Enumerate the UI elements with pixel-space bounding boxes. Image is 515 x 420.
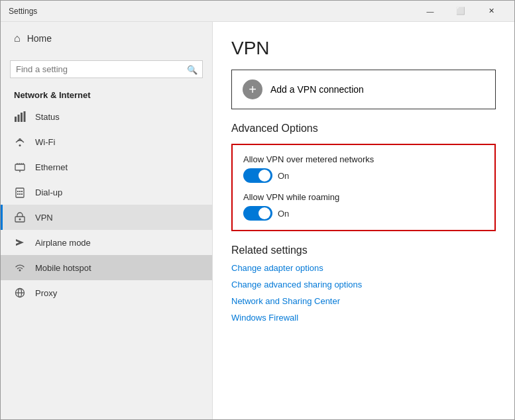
proxy-icon: [14, 287, 26, 299]
roaming-label: Allow VPN while roaming: [243, 192, 484, 202]
related-settings-title: Related settings: [231, 244, 496, 256]
svg-rect-15: [19, 193, 21, 195]
sidebar-item-label-status: Status: [35, 112, 60, 122]
vpn-icon: [14, 211, 26, 223]
home-icon: ⌂: [14, 32, 21, 44]
roaming-toggle-row: On: [243, 206, 484, 221]
plus-icon: +: [243, 79, 262, 99]
svg-rect-1: [18, 115, 20, 122]
sidebar-item-proxy[interactable]: Proxy: [1, 280, 212, 305]
add-vpn-button[interactable]: + Add a VPN connection: [231, 70, 496, 109]
sidebar-item-label-airplane: Airplane mode: [35, 238, 91, 248]
sidebar-item-label-dialup: Dial-up: [35, 187, 62, 197]
link-windows-firewall[interactable]: Windows Firewall: [231, 313, 496, 323]
svg-rect-14: [17, 193, 19, 195]
roaming-toggle-status: On: [278, 209, 289, 219]
svg-point-18: [19, 219, 21, 221]
page-title: VPN: [231, 38, 496, 59]
maximize-button[interactable]: ⬜: [445, 1, 476, 22]
svg-rect-16: [21, 193, 23, 195]
main-content: VPN + Add a VPN connection Advanced Opti…: [213, 22, 514, 419]
dialup-icon: [14, 186, 26, 198]
window-content: ⌂ Home 🔍 Network & Internet: [1, 22, 514, 419]
sidebar-item-status[interactable]: Status: [1, 104, 212, 129]
settings-window: Settings — ⬜ ✕ ⌂ Home 🔍 Network & Intern…: [0, 0, 515, 420]
wifi-icon: [14, 136, 26, 148]
svg-rect-11: [17, 191, 19, 192]
add-vpn-label: Add a VPN connection: [270, 84, 364, 95]
link-change-sharing[interactable]: Change advanced sharing options: [231, 280, 496, 289]
window-controls: — ⬜ ✕: [415, 1, 506, 22]
advanced-options-title: Advanced Options: [231, 123, 496, 134]
sidebar-home-label[interactable]: Home: [27, 33, 52, 44]
hotspot-icon: [14, 262, 26, 274]
airplane-icon: [14, 236, 26, 248]
sidebar-search: 🔍: [10, 60, 203, 78]
metered-label: Allow VPN over metered networks: [243, 154, 484, 164]
close-button[interactable]: ✕: [476, 1, 506, 22]
svg-rect-4: [15, 164, 25, 170]
status-icon: [14, 111, 26, 123]
svg-rect-12: [19, 191, 21, 192]
metered-toggle[interactable]: [243, 168, 272, 183]
minimize-button[interactable]: —: [415, 1, 445, 22]
sidebar-item-label-wifi: Wi-Fi: [35, 137, 55, 147]
search-input[interactable]: [10, 60, 203, 78]
sidebar-item-airplane[interactable]: Airplane mode: [1, 230, 212, 255]
sidebar-item-vpn[interactable]: VPN: [1, 205, 212, 230]
search-icon: 🔍: [187, 64, 198, 74]
toggle-thumb-roaming: [258, 207, 270, 219]
sidebar-item-ethernet[interactable]: Ethernet: [1, 154, 212, 180]
sidebar-item-label-proxy: Proxy: [35, 288, 57, 298]
sidebar-item-wifi[interactable]: Wi-Fi: [1, 129, 212, 154]
link-change-adapter[interactable]: Change adapter options: [231, 263, 496, 273]
svg-rect-3: [24, 111, 26, 122]
svg-rect-0: [15, 117, 17, 122]
svg-rect-2: [21, 113, 23, 122]
ethernet-icon: [14, 161, 26, 173]
sidebar-item-hotspot[interactable]: Mobile hotspot: [1, 255, 212, 280]
toggle-thumb-metered: [258, 170, 270, 182]
sidebar-header: ⌂ Home: [1, 22, 212, 56]
svg-point-19: [19, 270, 21, 272]
roaming-toggle[interactable]: [243, 206, 272, 221]
advanced-options-box: Allow VPN over metered networks On Allow…: [231, 144, 496, 231]
svg-rect-13: [21, 191, 23, 192]
sidebar-item-label-vpn: VPN: [35, 213, 53, 223]
svg-rect-10: [16, 188, 24, 197]
sidebar-section-label: Network & Internet: [1, 85, 212, 104]
sidebar: ⌂ Home 🔍 Network & Internet: [1, 22, 213, 419]
metered-toggle-row: On: [243, 168, 484, 183]
sidebar-item-label-ethernet: Ethernet: [35, 162, 68, 172]
link-network-sharing-center[interactable]: Network and Sharing Center: [231, 296, 496, 306]
sidebar-item-label-hotspot: Mobile hotspot: [35, 263, 91, 273]
titlebar: Settings — ⬜ ✕: [1, 1, 514, 22]
sidebar-item-dialup[interactable]: Dial-up: [1, 180, 212, 205]
window-title: Settings: [9, 7, 415, 16]
metered-toggle-status: On: [278, 171, 289, 181]
